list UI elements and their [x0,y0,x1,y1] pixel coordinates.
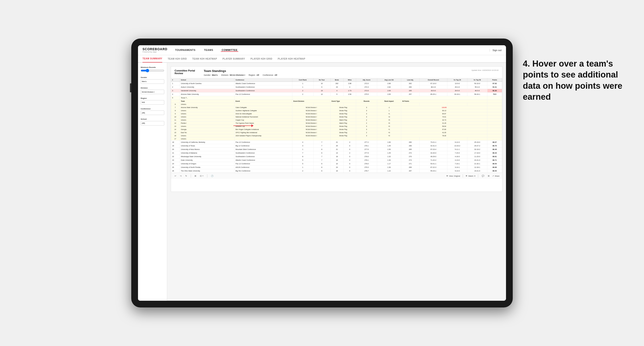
undo-button[interactable]: ↩ [174,174,177,177]
expanded-row: 13UniversWilliams CupNCAA Division IStro… [171,125,502,128]
col-wins: Wins [343,78,356,82]
toolbar-separator-4 [478,174,478,177]
col-no-tour: No Tour [313,78,330,82]
report-meta: Team Standings Gender: Men's Division: N… [204,69,467,76]
tab-team-h2h-heatmap[interactable]: TEAM H2H HEATMAP [192,55,217,62]
minimum-rounds-slider[interactable] [141,69,164,72]
watch-label[interactable]: 👁 Watch ▾ [466,175,475,177]
table-row-highlighted: 3 Vanderbilt University Southeastern Con… [171,89,502,93]
share-label[interactable]: ↗ Share [492,175,500,177]
table-header-row: # School Conference Conf Rank No Tour Bn… [171,78,502,82]
sidebar-section-conference: Conference (All) [141,108,164,115]
table-row: 24University of OregonPac-12 Conference5… [171,162,502,166]
col-bnds: Bnds [330,78,343,82]
refresh-button[interactable]: ↻ [184,174,188,177]
sidebar-section-minimum-rounds: Minimum Rounds [141,66,164,73]
table-row: 22Mississippi State UniversitySoutheaste… [171,155,502,159]
region-select[interactable]: N/A All [141,100,164,105]
col-overall-record: Overall Record [420,78,447,82]
report-filters: Gender: Men's Division: NCAA Division I … [204,74,467,76]
sign-out-area: Sign out [490,49,502,51]
report-title-col: Committee Portal Review [174,69,199,76]
table-row: 20University of New MexicoMountain West … [171,148,502,151]
app-logo-sub: Powered by clippi [142,51,168,53]
sidebar-section-school: School (All) [141,118,164,126]
sidebar-section-gender: Gender Men's Women's [141,76,164,84]
content-panel: Committee Portal Review Team Standings G… [167,63,506,301]
annotation-area: 4. Hover over a team's points to see add… [523,58,626,103]
expanded-row: 15East TecOFCC Fighting Illini Invitatio… [171,131,502,134]
expanded-row: 12Florida IThe Cypress Point ClassicNCAA… [171,122,502,125]
col-adj-score: Adj. Score [356,78,377,82]
main-nav: TOURNAMENTS TEAMS COMMITTEE [174,49,487,52]
sidebar-label-school: School [141,118,164,120]
division-select[interactable]: NCAA Division I NCAA Division II [141,90,164,94]
nav-tournaments[interactable]: TOURNAMENTS [174,49,196,52]
sign-out-label[interactable]: Sign out [492,49,502,51]
conference-select[interactable]: (All) [141,111,164,115]
expanded-row: 17Univers [171,137,502,141]
table-row: 2 Auburn University Southeastern Confere… [171,85,502,89]
report-title: Committee Portal Review [174,69,199,75]
sidebar: Minimum Rounds Gender Men's Women's Divi… [138,63,167,301]
expanded-row: 11UniversCopper CupNCAA Division IMatch … [171,119,502,122]
nav-committee[interactable]: COMMITTEE [221,49,238,52]
update-time: Update time: 13/03/2024 10:03:42 [472,69,498,71]
table-row: 26The Ohio State UniversityBig Ten Confe… [171,169,502,173]
report-toolbar: ↩ ↪ ↻ ⊞ ⊡ + 🕐 👁 View: Original [171,173,502,179]
paste-button[interactable]: ⊡ + [199,174,204,177]
expanded-row: 6Univers [171,103,502,106]
logo-area: SCOREBOARD Powered by clippi [142,47,168,53]
annotation-text: 4. Hover over a team's points to see add… [523,58,626,103]
watch-chevron: ▾ [474,175,475,177]
expanded-header-row: Team Event Event Division Event Type Rou… [171,100,502,103]
app-logo: SCOREBOARD [142,47,168,51]
expanded-row: 16Univers2023 Sahalee Players Championsh… [171,134,502,137]
report-header: Committee Portal Review Team Standings G… [171,67,502,78]
table-row: 1 University of North Carolina Atlantic … [171,82,502,85]
nav-teams[interactable]: TEAMS [203,49,214,52]
table-row: 4 Arizona State University Pac-12 Confer… [171,93,502,96]
view-label: 👁 View: Original [446,175,460,177]
col-school: School [180,78,234,82]
toolbar-separator [191,174,191,177]
expanded-row: 10UniversNational Invitational Tournamen… [171,115,502,119]
tablet-frame: SCOREBOARD Powered by clippi TOURNAMENTS… [131,38,513,308]
table-row: 18University of California, BerkeleyPac-… [171,141,502,144]
tab-team-h2h-grid[interactable]: TEAM H2H GRID [168,55,187,62]
expanded-row: 9UniversAmer An IntercollegiateNCAA Divi… [171,112,502,115]
conference-filter: Conference: All [262,74,277,76]
clock-button[interactable]: 🕐 [210,174,214,177]
tablet-screen: SCOREBOARD Powered by clippi TOURNAMENTS… [138,45,506,301]
col-rank: # [171,78,180,82]
school-select[interactable]: (All) [141,121,164,126]
redo-button[interactable]: ↪ [179,174,183,177]
copy-button[interactable]: ⊞ [194,174,197,177]
eye-icon: 👁 [446,175,448,177]
sidebar-section-region: Region N/A All [141,97,164,105]
col-vs-top25: Vs Top 25 [447,78,467,82]
expanded-row: 7Arizona State UniversityCabo Collegiate… [171,106,502,109]
report-container: Committee Portal Review Team Standings G… [171,66,502,192]
toolbar-separator-3 [463,174,463,177]
col-points: Points [487,78,502,82]
expanded-row: 8UniversSouthern Highlands CollegiateNCA… [171,109,502,112]
col-vs-top50: Vs Top 50 [467,78,487,82]
tab-player-summary[interactable]: PLAYER SUMMARY [222,55,245,62]
view-original-label[interactable]: View: Original [449,175,460,177]
tab-player-h2h-heatmap[interactable]: PLAYER H2H HEATMAP [278,55,306,62]
main-content: Minimum Rounds Gender Men's Women's Divi… [138,63,506,301]
tab-team-summary[interactable]: TEAM SUMMARY [142,55,162,62]
tab-player-h2h-grid[interactable]: PLAYER H2H GRID [250,55,272,62]
col-conf-rank: Conf Rank [292,78,313,82]
gender-filter: Gender: Men's [204,74,218,76]
region-filter: Region: All [248,74,259,76]
sidebar-label-region: Region [141,97,164,99]
table-row: 25University of North FloridaASUN Confer… [171,166,502,169]
expand-button[interactable]: ⊞ [487,174,490,177]
sidebar-label-gender: Gender [141,76,164,78]
table-row: 19University of TexasBig 12 Conference37… [171,144,502,148]
comment-button[interactable]: 💬 [481,174,485,177]
division-filter: Division: NCAA Division I [221,74,245,76]
gender-select[interactable]: Men's Women's [141,79,164,84]
